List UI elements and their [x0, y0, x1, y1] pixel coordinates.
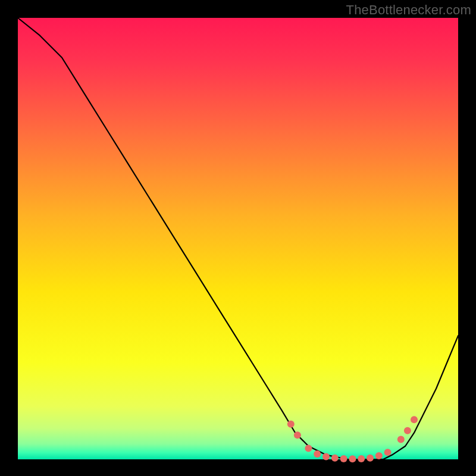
chart-stage: TheBottlenecker.com [0, 0, 476, 476]
curve-marker-dot [384, 449, 392, 456]
curve-marker-dot [367, 455, 374, 462]
curve-marker-dot [404, 427, 411, 434]
curve-marker-dot [340, 455, 347, 462]
chart-svg [0, 0, 476, 476]
curve-marker-dot [331, 455, 339, 462]
plot-background [18, 18, 458, 459]
watermark-text: TheBottlenecker.com [346, 2, 471, 18]
curve-marker-dot [294, 431, 301, 439]
curve-marker-dot [349, 455, 356, 462]
curve-marker-dot [358, 455, 365, 462]
curve-marker-dot [375, 452, 383, 459]
curve-marker-dot [305, 444, 312, 452]
curve-marker-dot [314, 450, 321, 458]
curve-marker-dot [322, 453, 330, 461]
curve-marker-dot [411, 416, 418, 423]
curve-marker-dot [397, 436, 405, 443]
curve-marker-dot [287, 421, 295, 428]
